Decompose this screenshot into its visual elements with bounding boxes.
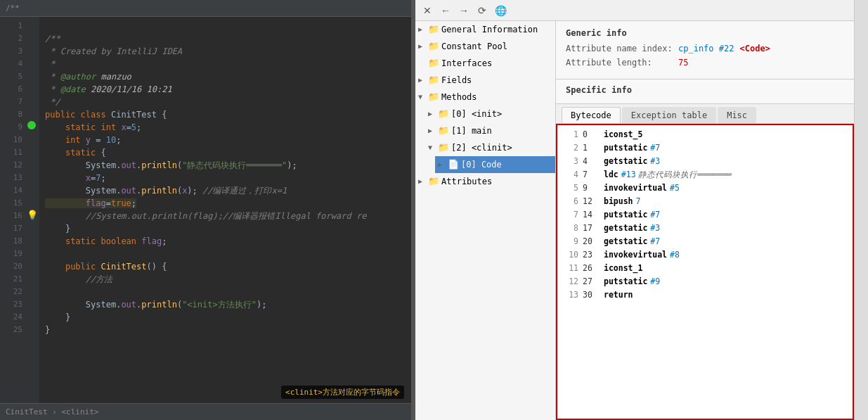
tree-toggle-fields[interactable]: ▶: [418, 73, 428, 87]
globe-button[interactable]: 🌐: [493, 3, 508, 18]
tree-item-init[interactable]: ▶ 📁 [0] <init>: [425, 106, 555, 122]
bc-linenum: 1: [563, 128, 578, 141]
forward-button[interactable]: →: [456, 3, 472, 18]
bytecode-row: 5 9 invokevirtual #5: [563, 182, 847, 195]
bc-linenum: 10: [563, 248, 578, 262]
info-panel: Generic info Attribute name index: cp_in…: [556, 21, 854, 420]
close-button[interactable]: ✕: [420, 3, 435, 18]
tree-toggle-code[interactable]: ▶: [438, 158, 448, 172]
tree-toggle-init[interactable]: ▶: [428, 107, 438, 121]
bytecode-rows: 1 0 iconst_5 2 1 putstatic #7 3 4 getsta…: [563, 128, 847, 302]
run-indicator: [27, 121, 36, 129]
bc-linenum: 12: [563, 275, 578, 288]
code-content: 12345 678910 1112131415 1617181920 21222…: [0, 17, 411, 403]
tree-label-attributes: Attributes: [441, 174, 492, 189]
back-button[interactable]: ←: [438, 3, 453, 18]
right-main: ▶ 📁 General Information ▶ 📁 Constant Poo…: [415, 21, 854, 420]
bc-offset: 30: [583, 288, 601, 302]
tree-item-interfaces[interactable]: 📁 Interfaces: [415, 55, 555, 72]
tree-label-init: [0] <init>: [451, 107, 502, 121]
bc-op: putstatic: [604, 141, 647, 155]
tree-toggle-interfaces[interactable]: [418, 56, 428, 70]
code-footer: CinitTest › <clinit>: [0, 403, 411, 420]
tree-item-attributes[interactable]: ▶ 📁 Attributes: [415, 173, 555, 190]
attr-length-label: Attribute length:: [566, 58, 678, 68]
bc-arg: #3: [650, 155, 660, 168]
attr-name-link[interactable]: cp_info #22: [678, 44, 734, 53]
bc-linenum: 9: [563, 235, 578, 248]
tree-toggle-constant-pool[interactable]: ▶: [418, 39, 428, 53]
tree-toggle-main[interactable]: ▶: [428, 124, 438, 138]
tree-item-constant-pool[interactable]: ▶ 📁 Constant Pool: [415, 38, 555, 55]
bytecode-row: 12 27 putstatic #9: [563, 275, 847, 288]
bc-op: getstatic: [604, 235, 647, 248]
bytecode-row: 8 17 getstatic #3: [563, 222, 847, 235]
code-tab-label: /**: [6, 4, 20, 13]
bc-offset: 4: [583, 155, 601, 168]
tab-bytecode[interactable]: Bytecode: [562, 107, 621, 123]
tree-toggle-clinit[interactable]: ▼: [428, 141, 438, 155]
tree-label-main: [1] main: [451, 124, 492, 138]
bc-linenum: 13: [563, 288, 578, 302]
right-toolbar: ✕ ← → ⟳ 🌐: [415, 0, 854, 21]
bc-linenum: 5: [563, 182, 578, 195]
bytecode-row: 2 1 putstatic #7: [563, 141, 847, 155]
bytecode-row: 10 23 invokevirtual #8: [563, 248, 847, 262]
right-panel: ✕ ← → ⟳ 🌐 ▶ 📁 General Information ▶ 📁 Co…: [415, 0, 854, 420]
folder-icon-constant-pool: 📁: [428, 39, 439, 53]
bc-arg: #13: [621, 168, 636, 182]
bc-linenum: 4: [563, 168, 578, 182]
tab-exception-table[interactable]: Exception table: [622, 107, 716, 123]
tree-label-constant-pool: Constant Pool: [441, 39, 507, 53]
bc-linenum: 7: [563, 208, 578, 222]
bc-op: putstatic: [604, 208, 647, 222]
tree-toggle-attributes[interactable]: ▶: [418, 174, 428, 189]
bc-arg: #8: [670, 248, 680, 262]
tree-toggle-methods[interactable]: ▼: [418, 90, 428, 104]
bc-op: getstatic: [604, 155, 647, 168]
folder-icon-code: 📄: [448, 158, 459, 172]
tree-item-general[interactable]: ▶ 📁 General Information: [415, 21, 555, 38]
bytecode-row: 1 0 iconst_5: [563, 128, 847, 141]
bytecode-row: 13 30 return: [563, 288, 847, 302]
tree-toggle-general[interactable]: ▶: [418, 23, 428, 37]
bc-arg: 7: [636, 195, 641, 208]
bc-arg: #3: [650, 222, 660, 235]
folder-icon-clinit: 📁: [438, 141, 449, 155]
code-panel: /** 12345 678910 1112131415 1617181920 2…: [0, 0, 411, 420]
bytecode-row: 3 4 getstatic #3: [563, 155, 847, 168]
refresh-button[interactable]: ⟳: [474, 3, 490, 18]
tree-item-methods[interactable]: ▼ 📁 Methods: [415, 89, 555, 106]
attr-name-label: Attribute name index:: [566, 44, 678, 53]
breadcrumb: CinitTest › <clinit>: [6, 407, 98, 416]
bytecode-row: 9 20 getstatic #7: [563, 235, 847, 248]
tree-label-general: General Information: [441, 23, 538, 37]
bc-offset: 23: [583, 248, 601, 262]
line-gutter: 💡: [25, 17, 39, 403]
code-editor[interactable]: /** * Created by IntelliJ IDEA * * @auth…: [39, 17, 411, 403]
tab-misc[interactable]: Misc: [718, 107, 756, 123]
bc-op: return: [604, 288, 633, 302]
tabs-bar: Bytecode Exception table Misc: [556, 104, 854, 124]
bytecode-content[interactable]: 1 0 iconst_5 2 1 putstatic #7 3 4 getsta…: [556, 124, 854, 420]
bc-op: ldc: [604, 168, 618, 182]
bc-linenum: 3: [563, 155, 578, 168]
bc-offset: 27: [583, 275, 601, 288]
bc-op: bipush: [604, 195, 633, 208]
tree-item-main[interactable]: ▶ 📁 [1] main: [425, 122, 555, 139]
tree-label-code: [0] Code: [461, 158, 502, 172]
tree-item-fields[interactable]: ▶ 📁 Fields: [415, 72, 555, 89]
tree-item-clinit[interactable]: ▼ 📁 [2] <clinit>: [425, 139, 555, 156]
tree-item-code[interactable]: ▶ 📄 [0] Code: [435, 156, 555, 173]
tree-panel[interactable]: ▶ 📁 General Information ▶ 📁 Constant Poo…: [415, 21, 556, 420]
bc-arg: #5: [670, 182, 680, 195]
tree-label-methods: Methods: [441, 90, 477, 104]
code-tab-header: /**: [0, 0, 411, 17]
bc-offset: 26: [583, 262, 601, 275]
attr-name-row: Attribute name index: cp_info #22 <Code>: [566, 44, 844, 53]
warning-indicator: 💡: [27, 210, 38, 220]
bc-arg: #7: [650, 141, 660, 155]
bc-linenum: 6: [563, 195, 578, 208]
right-side-bar: [854, 0, 868, 420]
folder-icon-interfaces: 📁: [428, 56, 439, 70]
